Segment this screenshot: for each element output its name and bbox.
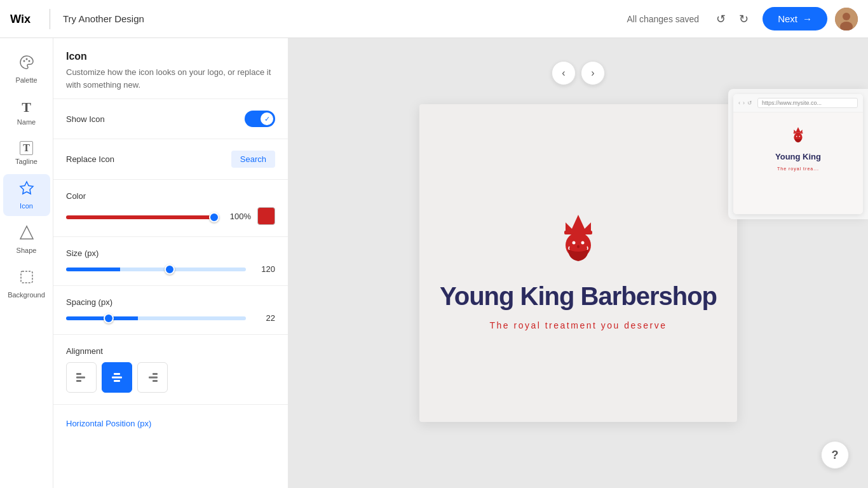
preview-logo-tagline: The royal trea...	[777, 166, 819, 171]
color-value: 100%	[226, 212, 251, 221]
svg-rect-13	[112, 377, 122, 379]
logo-tagline: The royal treatment you deserve	[489, 320, 667, 330]
logo-icon	[540, 196, 616, 272]
spacing-slider[interactable]	[66, 316, 246, 320]
spacing-value: 22	[252, 313, 275, 323]
color-swatch[interactable]	[257, 207, 275, 225]
color-slider-wrap	[66, 210, 219, 222]
svg-rect-12	[114, 373, 120, 375]
size-slider[interactable]	[66, 268, 246, 271]
header: Wix Try Another Design All changes saved…	[0, 0, 868, 38]
logo-card: Young King Barbershop The royal treatmen…	[419, 104, 737, 422]
sidebar: Palette T Name T Tagline Icon Shap	[0, 38, 53, 488]
color-slider[interactable]	[66, 215, 219, 219]
redo-button[interactable]: ↻	[732, 8, 755, 30]
show-icon-section: Show Icon ✓	[53, 99, 288, 139]
spacing-section: Spacing (px) 22	[53, 286, 288, 335]
sidebar-item-tagline[interactable]: T Tagline	[3, 135, 50, 172]
color-label: Color	[66, 191, 275, 201]
svg-rect-15	[153, 373, 158, 375]
size-label: Size (px)	[66, 248, 275, 258]
alignment-section: Alignment	[53, 335, 288, 405]
replace-icon-section: Replace Icon Search	[53, 139, 288, 180]
header-divider	[50, 9, 50, 29]
sidebar-item-name[interactable]: T Name	[3, 93, 50, 132]
panel-title: Icon	[66, 51, 275, 62]
browser-back-icon: ‹	[738, 100, 740, 106]
show-icon-label: Show Icon	[66, 114, 105, 124]
alignment-buttons	[66, 362, 275, 393]
show-icon-toggle[interactable]: ✓	[245, 111, 275, 127]
preview-logo-title: Young King	[775, 152, 821, 161]
sidebar-item-tagline-label: Tagline	[15, 158, 37, 165]
sidebar-item-icon-label: Icon	[20, 202, 33, 210]
main-area: Palette T Name T Tagline Icon Shap	[0, 38, 868, 488]
tagline-icon: T	[20, 141, 33, 155]
align-center-button[interactable]	[102, 362, 132, 393]
undo-button[interactable]: ↺	[709, 8, 732, 30]
toggle-knob: ✓	[261, 112, 273, 125]
panel-description: Customize how the icon looks on your log…	[66, 66, 275, 91]
size-section: Size (px) 120	[53, 237, 288, 286]
next-arrow-button[interactable]: ›	[581, 61, 605, 85]
panel-scroll[interactable]: Show Icon ✓ Replace Icon Search Color	[53, 99, 288, 488]
svg-rect-17	[153, 380, 158, 382]
browser-content: Young King The royal trea...	[733, 112, 863, 214]
sidebar-item-palette[interactable]: Palette	[3, 48, 50, 90]
svg-rect-9	[76, 373, 81, 375]
svg-point-5	[25, 58, 27, 60]
browser-forward-icon: ›	[743, 100, 745, 106]
wix-logo: Wix	[10, 10, 37, 28]
sidebar-item-name-label: Name	[17, 118, 36, 126]
header-title: Try Another Design	[63, 13, 627, 24]
preview-panel: ‹ › ↺ https://www.mysite.co...	[728, 89, 868, 219]
svg-point-20	[573, 241, 576, 245]
replace-icon-row: Replace Icon Search	[66, 151, 275, 168]
canvas-area: ‹ › Young King	[288, 38, 868, 488]
size-row: 120	[66, 264, 275, 274]
svg-rect-10	[76, 377, 85, 379]
sidebar-item-shape-label: Shape	[17, 247, 37, 254]
svg-rect-8	[21, 271, 32, 283]
name-icon: T	[22, 99, 31, 116]
svg-point-6	[28, 60, 30, 62]
shape-icon	[19, 225, 34, 244]
next-button[interactable]: Next →	[763, 7, 827, 30]
svg-point-4	[23, 60, 25, 62]
sidebar-item-palette-label: Palette	[15, 76, 37, 84]
horizontal-position-section: Horizontal Position (px)	[53, 405, 288, 440]
color-section: Color 100%	[53, 180, 288, 237]
svg-rect-11	[76, 380, 81, 382]
svg-point-26	[799, 136, 801, 137]
spacing-label: Spacing (px)	[66, 297, 275, 307]
next-arrow-icon: →	[803, 13, 812, 24]
svg-point-25	[796, 136, 797, 137]
browser-bar: ‹ › ↺ https://www.mysite.co...	[733, 94, 863, 112]
align-right-button[interactable]	[137, 362, 168, 393]
sidebar-item-icon[interactable]: Icon	[3, 174, 50, 216]
color-row: 100%	[66, 207, 275, 225]
background-icon	[19, 269, 34, 288]
user-avatar[interactable]	[835, 8, 858, 30]
search-button[interactable]: Search	[231, 151, 275, 168]
align-left-button[interactable]	[66, 362, 97, 393]
replace-icon-label: Replace Icon	[66, 154, 114, 164]
svg-rect-14	[114, 380, 120, 382]
header-status: All changes saved	[627, 14, 700, 24]
sidebar-item-shape[interactable]: Shape	[3, 219, 50, 261]
nav-arrows: ‹ ›	[552, 61, 605, 85]
preview-browser: ‹ › ↺ https://www.mysite.co...	[733, 94, 863, 214]
svg-point-22	[577, 245, 580, 248]
panel-header: Icon Customize how the icon looks on you…	[53, 38, 288, 99]
spacing-row: 22	[66, 313, 275, 323]
show-icon-row: Show Icon ✓	[66, 111, 275, 127]
horizontal-position-label: Horizontal Position (px)	[66, 419, 275, 428]
svg-point-21	[581, 241, 585, 245]
svg-marker-7	[20, 182, 33, 194]
sidebar-item-background[interactable]: Background	[3, 263, 50, 305]
svg-text:Wix: Wix	[10, 13, 31, 25]
svg-rect-16	[149, 377, 158, 379]
prev-arrow-button[interactable]: ‹	[552, 61, 576, 85]
size-value: 120	[252, 264, 275, 274]
help-button[interactable]: ?	[821, 441, 849, 469]
